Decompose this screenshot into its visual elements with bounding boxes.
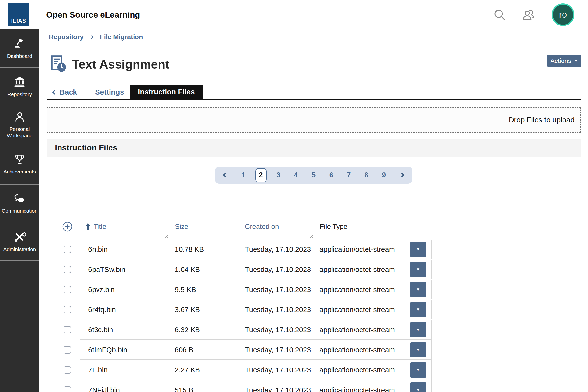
row-actions-dropdown[interactable]: ▼ [410, 342, 426, 358]
caret-down-icon: ▼ [416, 247, 420, 252]
sidebar-item-label: Personal Workspace [0, 126, 39, 139]
column-label: Title [94, 223, 106, 230]
row-select-cell [55, 380, 80, 392]
pagination-page[interactable]: 4 [290, 168, 302, 182]
column-header-title[interactable]: Title [80, 214, 168, 240]
row-actions-cell: ▼ [405, 300, 432, 320]
breadcrumb-repository[interactable]: Repository [49, 33, 84, 41]
row-checkbox[interactable] [64, 266, 71, 273]
file-type-cell: application/octet-stream [313, 320, 405, 340]
bank-icon [13, 76, 26, 88]
file-title-cell: 6n.bin [80, 240, 168, 259]
file-size-cell: 2.27 KB [168, 360, 236, 380]
pagination-page[interactable]: 8 [361, 168, 372, 182]
file-created-cell: Tuesday, 17.10.2023 [236, 380, 313, 392]
file-type-cell: application/octet-stream [313, 380, 405, 392]
search-button[interactable] [492, 7, 508, 22]
column-header-size[interactable]: Size [168, 214, 236, 240]
file-created-cell: Tuesday, 17.10.2023 [236, 240, 313, 259]
row-actions-dropdown[interactable]: ▼ [410, 242, 426, 257]
row-checkbox[interactable] [64, 346, 71, 354]
row-actions-cell: ▼ [405, 260, 432, 279]
caret-down-icon: ▼ [416, 327, 420, 332]
file-size-cell: 6.32 KB [168, 320, 236, 340]
tab-back[interactable]: Back [53, 86, 77, 98]
pagination-page[interactable]: 1 [238, 168, 249, 182]
sidebar-item-personal-workspace[interactable]: Personal Workspace [0, 106, 39, 144]
pagination-previous-button[interactable] [224, 174, 227, 177]
row-actions-cell: ▼ [405, 340, 432, 360]
row-checkbox[interactable] [64, 306, 71, 313]
file-dropzone[interactable]: Drop Files to upload [46, 107, 581, 132]
table-row: 6t3c.bin 6.32 KB Tuesday, 17.10.2023 app… [55, 320, 432, 340]
sidebar-item-repository[interactable]: Repository [0, 68, 39, 106]
row-actions-dropdown[interactable]: ▼ [410, 282, 426, 297]
select-all-cell [55, 214, 80, 240]
chat-bubbles-icon [13, 193, 26, 205]
table-row: 6tImFQb.bin 606 B Tuesday, 17.10.2023 ap… [55, 340, 432, 360]
logo-text: ILIAS [11, 18, 26, 26]
sidebar-item-label: Repository [6, 91, 33, 98]
assignment-icon [49, 54, 68, 73]
person-icon [14, 111, 26, 123]
table-header: Title Size Created on File Type [55, 214, 432, 240]
column-header-file-type: File Type [313, 214, 405, 240]
breadcrumb-file-migration[interactable]: File Migration [100, 33, 143, 41]
row-actions-dropdown[interactable]: ▼ [410, 362, 426, 378]
pagination-page[interactable]: 6 [326, 168, 337, 182]
row-actions-dropdown[interactable]: ▼ [410, 382, 426, 392]
row-checkbox[interactable] [64, 326, 71, 334]
row-actions-dropdown[interactable]: ▼ [410, 302, 426, 317]
pagination-next-button[interactable] [400, 174, 404, 177]
lamp-icon [13, 37, 26, 50]
chevron-right-icon [90, 35, 94, 39]
row-actions-dropdown[interactable]: ▼ [410, 322, 426, 337]
row-checkbox[interactable] [64, 246, 71, 253]
row-actions-dropdown[interactable]: ▼ [410, 262, 426, 277]
row-select-cell [55, 360, 80, 380]
pagination-page[interactable]: 2 [255, 168, 266, 182]
tab-instruction-files[interactable]: Instruction Files [130, 84, 203, 99]
row-actions-cell: ▼ [405, 320, 432, 340]
pagination-page[interactable]: 3 [273, 168, 284, 182]
pagination-page[interactable]: 5 [308, 168, 319, 182]
instruction-files-table: Title Size Created on File Type 6n.bin 1… [55, 214, 432, 392]
circle-plus-icon[interactable] [62, 221, 73, 232]
pagination-pages: 123456789 [231, 168, 396, 182]
file-created-cell: Tuesday, 17.10.2023 [236, 260, 313, 279]
row-checkbox[interactable] [64, 366, 71, 374]
file-size-cell: 515 B [168, 380, 236, 392]
app-title: Open Source eLearning [46, 0, 140, 30]
caret-down-icon: ▼ [416, 368, 420, 372]
caret-down-icon: ▼ [416, 348, 420, 352]
tab-settings[interactable]: Settings [95, 86, 124, 98]
row-select-cell [55, 260, 80, 279]
chevron-right-icon [400, 173, 404, 177]
tab-underline [46, 99, 581, 100]
file-created-cell: Tuesday, 17.10.2023 [236, 280, 313, 300]
who-is-online-button[interactable] [520, 7, 536, 22]
file-size-cell: 1.04 KB [168, 260, 236, 279]
avatar-initials: ro [559, 10, 567, 20]
sort-ascending-icon [85, 223, 91, 230]
row-checkbox[interactable] [64, 286, 71, 293]
ilias-logo[interactable]: ILIAS [8, 3, 30, 26]
sidebar-item-communication[interactable]: Communication [0, 185, 39, 223]
column-header-created-on[interactable]: Created on [236, 214, 313, 240]
pagination-page[interactable]: 7 [343, 168, 354, 182]
file-title-cell: 6t3c.bin [80, 320, 168, 340]
user-avatar[interactable]: ro [552, 4, 574, 26]
actions-button[interactable]: Actions ▼ [547, 55, 581, 67]
sidebar-item-dashboard[interactable]: Dashboard [0, 30, 39, 68]
sidebar-item-administration[interactable]: Administration [0, 223, 39, 261]
chevron-left-icon [223, 173, 227, 177]
pagination: 123456789 [215, 166, 412, 184]
file-type-cell: application/octet-stream [313, 240, 405, 259]
table-row: 6r4fq.bin 3.67 KB Tuesday, 17.10.2023 ap… [55, 300, 432, 320]
sidebar-item-achievements[interactable]: Achievements [0, 144, 39, 185]
row-actions-cell: ▼ [405, 380, 432, 392]
row-checkbox[interactable] [64, 386, 71, 392]
tools-icon [13, 230, 26, 243]
row-actions-cell: ▼ [405, 240, 432, 259]
pagination-page[interactable]: 9 [378, 168, 390, 182]
